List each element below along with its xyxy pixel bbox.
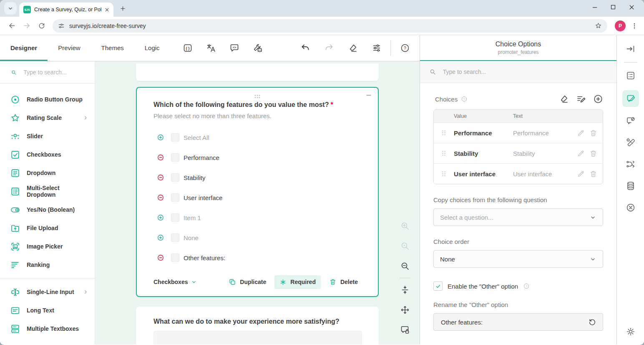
json-editor-icon[interactable] <box>183 43 193 53</box>
choice-text[interactable]: Stability <box>513 150 570 157</box>
enable-other-checkbox[interactable] <box>433 282 443 291</box>
choice-order-dropdown[interactable]: None <box>433 250 603 268</box>
toolbox-search-input[interactable] <box>23 68 86 76</box>
category-choices-icon[interactable] <box>622 90 639 107</box>
enable-other-help-icon[interactable] <box>523 283 530 289</box>
toolbox-search[interactable] <box>0 61 95 84</box>
reset-value-icon[interactable] <box>588 318 596 326</box>
collapse-all-icon[interactable] <box>400 285 410 295</box>
toolbox-item-long-text[interactable]: Long Text <box>0 301 95 320</box>
toolbox-item-boolean[interactable]: Yes/No (Boolean) <box>0 200 95 219</box>
choice-text[interactable]: User interface <box>513 170 570 178</box>
browser-tab[interactable]: SJS Create a Survey, Quiz, or Poll wi <box>19 3 113 17</box>
category-general-icon[interactable] <box>626 71 636 81</box>
close-window-button[interactable] <box>622 1 641 13</box>
toolbox-item-radio-button-group[interactable]: Radio Button Group <box>0 90 95 109</box>
question-title[interactable]: Which of the following features do you v… <box>153 101 362 109</box>
fast-entry-icon[interactable] <box>576 94 586 104</box>
tab-close-icon[interactable] <box>104 7 110 13</box>
new-tab-button[interactable] <box>117 3 128 14</box>
category-logic-icon[interactable] <box>626 159 636 169</box>
category-conditions-icon[interactable] <box>626 116 636 126</box>
delete-choice-icon[interactable] <box>589 129 597 137</box>
toolbox-item-checkboxes[interactable]: Checkboxes <box>0 145 95 164</box>
toolbox-item-multi-select-dropdown[interactable]: Multi-Select Dropdown <box>0 182 95 200</box>
site-settings-icon[interactable] <box>58 22 65 30</box>
selected-question-card[interactable]: Which of the following features do you v… <box>136 87 379 297</box>
required-toggle-button[interactable]: Required <box>274 275 321 289</box>
add-item-icon[interactable] <box>157 214 164 221</box>
redo-icon[interactable] <box>324 43 334 53</box>
clear-choices-icon[interactable] <box>559 94 569 104</box>
choice-item-label[interactable]: Item 1 <box>184 214 201 221</box>
choices-help-icon[interactable] <box>461 96 468 102</box>
bookmark-star-icon[interactable] <box>594 22 602 30</box>
edit-choice-icon[interactable] <box>577 129 585 137</box>
choice-text[interactable]: Performance <box>513 129 570 137</box>
choice-item-label[interactable]: Select All <box>184 134 209 141</box>
settings-sliders-icon[interactable] <box>372 43 382 53</box>
feedback-bubble-icon[interactable] <box>229 43 239 53</box>
choice-value[interactable]: User interface <box>454 170 513 178</box>
choice-item-label[interactable]: User interface <box>184 194 222 201</box>
drag-handle-icon[interactable] <box>434 128 454 137</box>
undo-icon[interactable] <box>300 43 310 53</box>
rename-other-field[interactable] <box>433 313 603 331</box>
add-item-icon[interactable] <box>157 234 164 241</box>
delete-choice-icon[interactable] <box>589 170 597 178</box>
delete-button[interactable]: Delete <box>324 275 363 289</box>
expand-surface-icon[interactable] <box>400 305 410 315</box>
duplicate-button[interactable]: Duplicate <box>224 275 271 289</box>
rename-other-input[interactable] <box>440 318 588 326</box>
lock-questions-icon[interactable] <box>400 325 410 335</box>
drag-handle-icon[interactable] <box>434 169 454 178</box>
toolbox-item-rating-scale[interactable]: Rating Scale <box>0 109 95 127</box>
toolbox-item-slider[interactable]: Slider <box>0 127 95 145</box>
browser-menu-button[interactable] <box>629 20 640 31</box>
minimize-button[interactable] <box>586 1 604 13</box>
toolbox-item-image-picker[interactable]: Image Picker <box>0 237 95 256</box>
choice-item-label[interactable]: Performance <box>184 154 219 161</box>
question-title[interactable]: What can we do to make your experience m… <box>153 318 362 325</box>
edit-choice-icon[interactable] <box>577 170 585 178</box>
category-layout-icon[interactable] <box>626 137 636 147</box>
remove-item-icon[interactable] <box>157 194 164 201</box>
collapse-panel-icon[interactable] <box>626 44 636 54</box>
choice-value[interactable]: Stability <box>454 150 513 157</box>
tab-themes[interactable]: Themes <box>91 35 134 61</box>
address-bar[interactable]: surveyjs.io/create-free-survey <box>53 19 607 33</box>
choice-item-label[interactable]: Other features: <box>184 254 225 261</box>
choice-value[interactable]: Performance <box>454 129 513 137</box>
toolbox-item-multiple-textboxes[interactable]: Multiple Textboxes <box>0 320 95 338</box>
embed-tools-icon[interactable] <box>253 43 263 53</box>
toolbox-item-dropdown[interactable]: Dropdown <box>0 164 95 182</box>
delete-choice-icon[interactable] <box>589 150 597 157</box>
forward-button[interactable] <box>20 19 33 33</box>
remove-item-icon[interactable] <box>157 254 164 261</box>
choice-item-label[interactable]: None <box>184 234 199 241</box>
drag-handle-icon[interactable] <box>252 91 262 101</box>
category-data-icon[interactable] <box>626 181 636 191</box>
tab-search-button[interactable] <box>4 2 17 15</box>
url-text[interactable]: surveyjs.io/create-free-survey <box>69 23 594 29</box>
next-question-card[interactable]: What can we do to make your experience m… <box>136 307 379 345</box>
category-validation-icon[interactable] <box>626 203 636 213</box>
add-choice-icon[interactable] <box>593 94 603 104</box>
reload-button[interactable] <box>35 19 48 33</box>
property-search[interactable] <box>420 61 616 83</box>
profile-avatar[interactable]: P <box>615 20 626 31</box>
toolbox-item-file-upload[interactable]: File Upload <box>0 219 95 237</box>
copy-choices-dropdown[interactable]: Select a question... <box>433 208 603 226</box>
question-description[interactable]: Please select no more than three feature… <box>153 112 362 119</box>
remove-item-icon[interactable] <box>157 174 164 181</box>
toolbox-item-ranking[interactable]: Ranking <box>0 256 95 274</box>
drag-handle-icon[interactable] <box>434 149 454 158</box>
tab-preview[interactable]: Preview <box>48 35 91 61</box>
remove-item-icon[interactable] <box>157 154 164 161</box>
previous-question-card[interactable] <box>136 63 379 81</box>
question-type-selector[interactable]: Checkboxes <box>153 279 197 285</box>
help-icon[interactable] <box>400 43 410 53</box>
tab-designer[interactable]: Designer <box>0 35 48 61</box>
zoom-out-icon[interactable] <box>400 261 410 271</box>
settings-gear-icon[interactable] <box>626 327 636 337</box>
